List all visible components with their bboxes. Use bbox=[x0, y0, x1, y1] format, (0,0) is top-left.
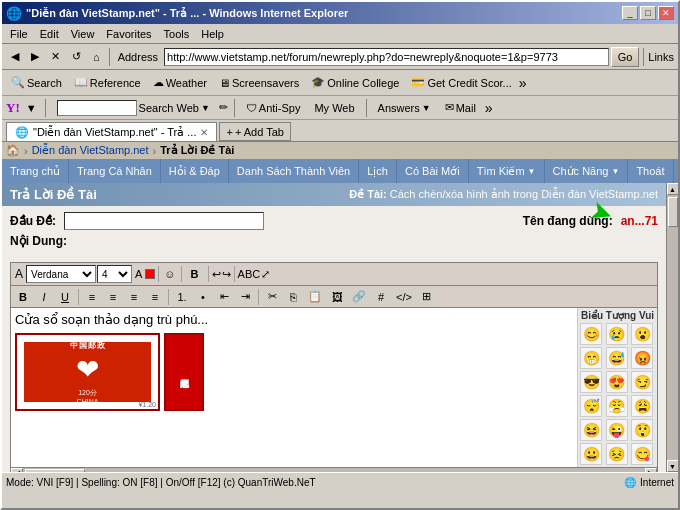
home-button[interactable]: ⌂ bbox=[88, 47, 105, 67]
emoji-1[interactable]: 😊 bbox=[580, 323, 602, 345]
font-icon: A bbox=[13, 267, 25, 281]
menu-file[interactable]: File bbox=[4, 26, 34, 42]
emoji-11[interactable]: 😤 bbox=[606, 395, 628, 417]
active-tab[interactable]: 🌐 "Diễn đàn VietStamp.net" - Trả ... ✕ bbox=[6, 122, 217, 141]
undo-btn[interactable]: ↩ bbox=[212, 268, 221, 281]
align-center-btn[interactable]: ≡ bbox=[103, 289, 123, 305]
yahoo-menu-btn[interactable]: ▼ bbox=[24, 102, 39, 114]
mail-button[interactable]: ✉ Mail bbox=[440, 98, 481, 118]
scroll-down-btn[interactable]: ▼ bbox=[667, 460, 679, 472]
menu-tools[interactable]: Tools bbox=[158, 26, 196, 42]
outdent-btn[interactable]: ⇤ bbox=[214, 288, 234, 305]
emoji-15[interactable]: 😲 bbox=[631, 419, 653, 441]
emoji-18[interactable]: 😋 bbox=[631, 443, 653, 465]
scroll-track-v[interactable] bbox=[667, 195, 679, 460]
vertical-scrollbar[interactable]: ▲ ▼ bbox=[666, 183, 678, 472]
image-btn[interactable]: 🖼 bbox=[327, 289, 347, 305]
emoji-2[interactable]: 😢 bbox=[606, 323, 628, 345]
dau-de-input[interactable] bbox=[64, 212, 264, 230]
nav-thoat[interactable]: Thoát bbox=[628, 159, 673, 183]
toolbar-more-button[interactable]: » bbox=[519, 75, 527, 91]
emoji-7[interactable]: 😎 bbox=[580, 371, 602, 393]
search-web-input[interactable] bbox=[57, 100, 137, 116]
underline-btn[interactable]: U bbox=[55, 289, 75, 305]
emoji-4[interactable]: 😁 bbox=[580, 347, 602, 369]
align-left-btn[interactable]: ≡ bbox=[82, 289, 102, 305]
nav-lich[interactable]: Lịch bbox=[359, 159, 397, 183]
size-select[interactable]: 4 bbox=[97, 265, 132, 283]
emoji-5[interactable]: 😅 bbox=[606, 347, 628, 369]
nav-trang-ca-nhan[interactable]: Trang Cá Nhân bbox=[69, 159, 161, 183]
nav-trang-chu[interactable]: Trang chủ bbox=[2, 159, 69, 183]
breadcrumb-forum-link[interactable]: Diễn đàn VietStamp.net bbox=[32, 144, 149, 157]
emoji-14[interactable]: 😜 bbox=[606, 419, 628, 441]
code-btn[interactable]: </> bbox=[392, 289, 416, 305]
address-input[interactable] bbox=[164, 48, 609, 66]
screensavers-button[interactable]: 🖥 Screensavers bbox=[214, 73, 304, 93]
refresh-button[interactable]: ↺ bbox=[67, 47, 86, 67]
emoji-6[interactable]: 😡 bbox=[631, 347, 653, 369]
font-select[interactable]: Verdana bbox=[26, 265, 96, 283]
bold-btn2[interactable]: B bbox=[13, 289, 33, 305]
misc-btn[interactable]: ⊞ bbox=[417, 288, 437, 305]
nav-co-bai-moi[interactable]: Có Bài Mới bbox=[397, 159, 469, 183]
emoji-3[interactable]: 😮 bbox=[631, 323, 653, 345]
scroll-up-btn[interactable]: ▲ bbox=[667, 183, 679, 195]
reference-button[interactable]: 📖 Reference bbox=[69, 73, 146, 93]
back-button[interactable]: ◀ bbox=[6, 47, 24, 67]
redo-btn[interactable]: ↪ bbox=[222, 268, 231, 281]
emoji-9[interactable]: 😏 bbox=[631, 371, 653, 393]
align-justify-btn[interactable]: ≡ bbox=[145, 289, 165, 305]
stop-button[interactable]: ✕ bbox=[46, 47, 65, 67]
search-button[interactable]: 🔍 Search bbox=[6, 73, 67, 93]
horizontal-scrollbar[interactable]: ◀ ▶ bbox=[10, 468, 658, 472]
scroll-thumb-v[interactable] bbox=[668, 197, 678, 227]
add-tab-button[interactable]: + + Add Tab bbox=[219, 122, 290, 141]
online-college-button[interactable]: 🎓 Online College bbox=[306, 73, 404, 93]
close-button[interactable]: ✕ bbox=[658, 6, 674, 20]
align-right-btn[interactable]: ≡ bbox=[124, 289, 144, 305]
tab-close-button[interactable]: ✕ bbox=[200, 127, 208, 138]
emoji-12[interactable]: 😩 bbox=[631, 395, 653, 417]
hash-btn[interactable]: # bbox=[371, 289, 391, 305]
get-credit-button[interactable]: 💳 Get Credit Scor... bbox=[406, 73, 516, 93]
scroll-thumb-h[interactable] bbox=[25, 469, 85, 473]
emoji-17[interactable]: 😣 bbox=[606, 443, 628, 465]
emoji-16[interactable]: 😀 bbox=[580, 443, 602, 465]
nav-tim-kiem[interactable]: Tìm Kiếm bbox=[469, 159, 545, 183]
paste-btn[interactable]: 📋 bbox=[304, 288, 326, 305]
nav-danh-sach[interactable]: Danh Sách Thành Viên bbox=[229, 159, 359, 183]
nav-chuc-nang[interactable]: Chức Năng bbox=[545, 159, 629, 183]
scroll-track-h[interactable] bbox=[23, 468, 645, 473]
answers-button[interactable]: Answers ▼ bbox=[373, 98, 436, 118]
italic-btn[interactable]: I bbox=[34, 289, 54, 305]
emoji-btn[interactable]: ☺ bbox=[162, 268, 177, 280]
yahoo-more-btn[interactable]: » bbox=[485, 100, 493, 116]
menu-help[interactable]: Help bbox=[195, 26, 230, 42]
my-web-button[interactable]: My Web bbox=[309, 98, 359, 118]
emoji-13[interactable]: 😆 bbox=[580, 419, 602, 441]
maximize-button[interactable]: □ bbox=[640, 6, 656, 20]
cut-btn[interactable]: ✂ bbox=[262, 288, 282, 305]
copy-btn[interactable]: ⎘ bbox=[283, 289, 303, 305]
menu-favorites[interactable]: Favorites bbox=[100, 26, 157, 42]
go-button[interactable]: Go bbox=[611, 47, 640, 67]
indent-btn[interactable]: ⇥ bbox=[235, 288, 255, 305]
bold-button[interactable]: B bbox=[185, 266, 205, 282]
search-web-button[interactable]: Search Web ▼ bbox=[52, 98, 215, 118]
emoji-8[interactable]: 😍 bbox=[606, 371, 628, 393]
spell-btn[interactable]: ABC bbox=[238, 268, 261, 280]
nav-hoi-dap[interactable]: Hỏi & Đáp bbox=[161, 159, 229, 183]
anti-spy-button[interactable]: 🛡 Anti-Spy bbox=[241, 98, 306, 118]
weather-button[interactable]: ☁ Weather bbox=[148, 73, 212, 93]
expand-btn[interactable]: ⤢ bbox=[261, 268, 270, 281]
menu-edit[interactable]: Edit bbox=[34, 26, 65, 42]
minimize-button[interactable]: _ bbox=[622, 6, 638, 20]
emoji-10[interactable]: 😴 bbox=[580, 395, 602, 417]
ordered-list-btn[interactable]: 1. bbox=[172, 289, 192, 305]
link-btn[interactable]: 🔗 bbox=[348, 288, 370, 305]
editor-text-area[interactable]: Cửa sổ soạn thảo dạng trù phú... 中国邮政 ❤ bbox=[11, 308, 577, 467]
forward-button[interactable]: ▶ bbox=[26, 47, 44, 67]
unordered-list-btn[interactable]: • bbox=[193, 289, 213, 305]
menu-view[interactable]: View bbox=[65, 26, 101, 42]
